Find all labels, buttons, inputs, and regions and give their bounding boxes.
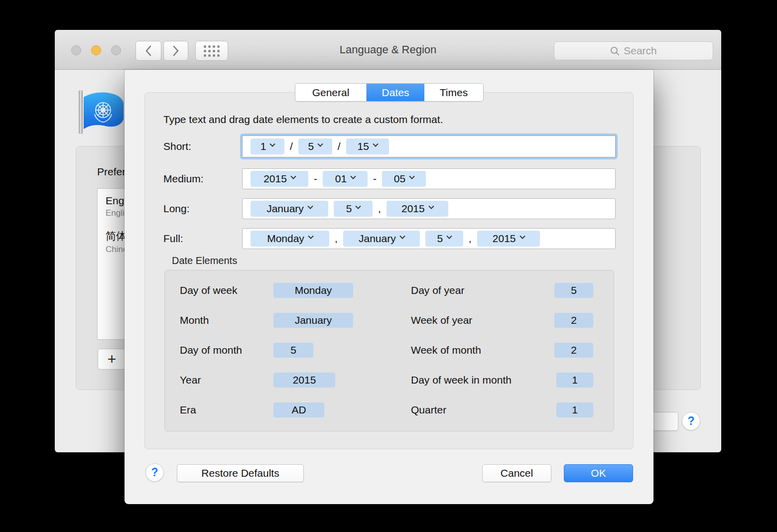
format-row: Short:1/5/15 xyxy=(125,133,653,159)
format-rows: Short:1/5/15Medium:2015-01-05Long:Januar… xyxy=(125,133,653,258)
date-token-pill[interactable]: January xyxy=(251,201,328,217)
date-token-text: January xyxy=(266,203,304,215)
date-element-row: MonthJanuary xyxy=(165,305,384,335)
date-element-label: Month xyxy=(180,314,209,326)
search-icon xyxy=(610,46,620,56)
date-element-pill[interactable]: 5 xyxy=(554,283,593,298)
tab-times[interactable]: Times xyxy=(424,84,483,101)
date-element-row: Quarter1 xyxy=(396,395,593,425)
format-field[interactable]: 2015-01-05 xyxy=(242,168,616,189)
date-token-text: 5 xyxy=(346,203,352,215)
format-separator: - xyxy=(373,173,377,185)
chevron-down-icon xyxy=(290,174,296,179)
chevron-down-icon xyxy=(409,174,415,179)
date-element-pill[interactable]: 2015 xyxy=(273,373,335,388)
search-placeholder: Search xyxy=(624,45,657,57)
format-row-label: Long: xyxy=(163,198,190,219)
date-element-row: Day of year5 xyxy=(396,275,593,305)
date-element-pill[interactable]: 2 xyxy=(554,343,593,358)
date-element-label: Day of month xyxy=(180,344,242,356)
format-row-label: Full: xyxy=(163,228,183,249)
chevron-down-icon xyxy=(399,234,405,239)
window-help-button[interactable]: ? xyxy=(682,412,700,430)
date-token-pill[interactable]: 5 xyxy=(334,201,373,217)
chevron-down-icon xyxy=(428,204,434,209)
format-separator: , xyxy=(469,233,472,245)
add-language-button[interactable]: + xyxy=(98,349,126,369)
chevron-down-icon xyxy=(356,204,361,209)
format-row: Full:Monday,January5,2015 xyxy=(125,228,653,249)
chevron-down-icon xyxy=(373,141,378,147)
date-token-text: 5 xyxy=(437,233,443,245)
date-element-pill[interactable]: 2 xyxy=(554,313,593,328)
tab-dates[interactable]: Dates xyxy=(367,84,424,101)
focus-ring: 1/5/15 xyxy=(240,133,618,159)
date-token-text: 2015 xyxy=(401,203,425,215)
date-element-label: Day of week in month xyxy=(411,374,512,386)
date-elements-panel: Day of weekMondayMonthJanuaryDay of mont… xyxy=(164,270,614,431)
date-token-text: 1 xyxy=(260,140,266,152)
date-element-label: Day of week xyxy=(180,284,238,296)
date-token-pill[interactable]: 2015 xyxy=(251,171,308,187)
ok-button[interactable]: OK xyxy=(564,464,633,482)
chevron-down-icon xyxy=(318,141,323,147)
date-element-row: Week of year2 xyxy=(396,305,593,335)
date-element-row: Week of month2 xyxy=(396,335,593,365)
format-row: Medium:2015-01-05 xyxy=(125,168,653,189)
date-element-pill[interactable]: January xyxy=(273,313,353,328)
date-token-text: 01 xyxy=(335,173,347,185)
date-elements-left-column: Day of weekMondayMonthJanuaryDay of mont… xyxy=(165,275,384,425)
date-token-pill[interactable]: 2015 xyxy=(477,231,540,247)
date-token-pill[interactable]: 05 xyxy=(382,171,426,187)
chevron-down-icon xyxy=(308,234,313,239)
sheet-help-button[interactable]: ? xyxy=(145,463,164,482)
dates-sheet: GeneralDatesTimes Type text and drag dat… xyxy=(125,70,653,504)
date-elements-right-column: Day of year5Week of year2Week of month2D… xyxy=(396,275,593,425)
search-input[interactable]: Search xyxy=(554,41,713,60)
date-token-text: 05 xyxy=(394,173,405,185)
date-token-pill[interactable]: 2015 xyxy=(387,201,448,217)
format-row-label: Short: xyxy=(163,133,191,159)
restore-defaults-button[interactable]: Restore Defaults xyxy=(177,464,304,482)
format-separator: , xyxy=(378,203,381,215)
date-element-pill[interactable]: Monday xyxy=(273,283,353,298)
date-token-pill[interactable]: 1 xyxy=(251,138,284,154)
date-element-label: Week of month xyxy=(411,344,481,356)
date-element-pill[interactable]: AD xyxy=(273,402,324,417)
date-token-text: 2015 xyxy=(493,233,516,245)
date-token-pill[interactable]: 01 xyxy=(323,171,368,187)
date-elements-title: Date Elements xyxy=(172,255,237,266)
date-element-row: Day of month5 xyxy=(165,335,384,365)
format-row: Long:January5,2015 xyxy=(125,198,653,219)
date-element-label: Day of year xyxy=(411,284,464,296)
date-element-label: Year xyxy=(180,374,201,386)
date-element-row: Day of weekMonday xyxy=(165,275,384,305)
date-token-text: 2015 xyxy=(263,173,287,185)
format-field[interactable]: January5,2015 xyxy=(242,198,616,219)
date-element-label: Quarter xyxy=(411,404,446,416)
instruction-text: Type text and drag date elements to crea… xyxy=(163,114,443,126)
date-element-pill[interactable]: 1 xyxy=(556,373,593,388)
tab-bar: GeneralDatesTimes xyxy=(295,83,484,102)
tab-general[interactable]: General xyxy=(295,84,367,101)
date-element-row: Year2015 xyxy=(165,365,384,395)
date-token-pill[interactable]: January xyxy=(343,231,420,247)
date-token-text: Monday xyxy=(267,233,304,245)
cancel-button[interactable]: Cancel xyxy=(482,464,551,482)
chevron-down-icon xyxy=(307,204,313,209)
format-separator: , xyxy=(335,233,338,245)
date-element-pill[interactable]: 5 xyxy=(273,343,313,358)
date-token-pill[interactable]: 5 xyxy=(298,138,332,154)
chevron-down-icon xyxy=(351,174,356,179)
date-token-pill[interactable]: 15 xyxy=(346,138,389,154)
format-field[interactable]: 1/5/15 xyxy=(242,135,616,157)
date-element-label: Era xyxy=(180,404,196,416)
date-token-pill[interactable]: 5 xyxy=(425,231,463,247)
format-field[interactable]: Monday,January5,2015 xyxy=(242,228,616,249)
date-token-text: 15 xyxy=(358,140,369,152)
format-separator: - xyxy=(314,173,317,185)
date-element-pill[interactable]: 1 xyxy=(556,402,593,417)
date-token-pill[interactable]: Monday xyxy=(251,231,329,247)
date-token-text: January xyxy=(359,233,396,245)
date-element-label: Week of year xyxy=(411,314,472,326)
